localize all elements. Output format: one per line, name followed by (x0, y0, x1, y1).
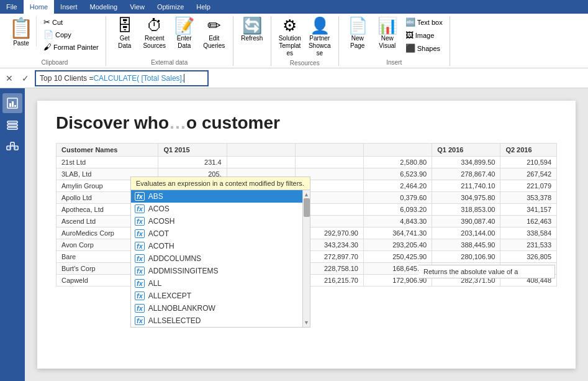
col-5 (363, 144, 432, 157)
fx-icon: fx (135, 242, 145, 250)
fx-icon: fx (135, 229, 145, 238)
formula-dropdown: Evaluates an expression in a context mod… (130, 177, 310, 328)
ribbon-tabs: File Home Insert Modeling View Optimize … (0, 0, 588, 14)
relationships-icon (6, 142, 19, 154)
image-icon: 🖼 (405, 30, 414, 40)
formula-item-all[interactable]: fx ALL (131, 277, 302, 290)
tab-view[interactable]: View (124, 0, 151, 14)
resources-group: ⚙ Solution Templates 👤 Partner Showcase … (271, 16, 339, 66)
formula-list-wrapper: fx ABS fx ACOS fx ACOSH fx (130, 190, 310, 328)
fx-icon: fx (135, 304, 145, 313)
col-q1-2015: Q1 2015 (158, 144, 227, 157)
insert-group: 📄 New Page 📊 New Visual 🔤 Text box 🖼 Ima… (339, 16, 450, 66)
formula-item-abs[interactable]: fx ABS (131, 190, 302, 203)
formula-bar: ✕ ✓ Top 10 Clients = CALCULATE( [Total S… (0, 68, 588, 88)
fx-icon: fx (135, 291, 145, 300)
refresh-button[interactable]: 🔄 Refresh (238, 16, 266, 44)
get-data-button[interactable]: 🗄 Get Data (111, 16, 138, 51)
new-visual-icon: 📊 (378, 17, 397, 34)
format-painter-icon: 🖌 (43, 42, 52, 52)
formula-cursor (184, 74, 184, 83)
new-page-button[interactable]: 📄 New Page (344, 16, 371, 51)
cut-button[interactable]: ✂ Cut (42, 16, 101, 28)
sidebar-item-data[interactable] (2, 116, 22, 135)
formula-item-allselected[interactable]: fx ALLSELECTED (131, 314, 302, 327)
scrollbar-thumb (304, 198, 310, 217)
table-header-row: Customer Names Q1 2015 Q1 2016 Q2 2016 (57, 144, 557, 157)
edit-queries-icon: ✏ (207, 17, 221, 34)
external-data-group: 🗄 Get Data ⏱ Recent Sources 📝 Enter Data… (106, 16, 233, 66)
page-title: Discover who…o customer (56, 113, 557, 133)
formula-input[interactable]: Top 10 Clients = CALCULATE( [Total Sales… (35, 70, 209, 86)
formula-item-addcolumns[interactable]: fx ADDCOLUMNS (131, 252, 302, 265)
formula-item-acoth[interactable]: fx ACOTH (131, 240, 302, 252)
col-q2 (227, 144, 295, 157)
formula-item-allnoblankrow[interactable]: fx ALLNOBLANKROW (131, 302, 302, 314)
copy-button[interactable]: 📄 Copy (42, 29, 101, 40)
svg-rect-6 (7, 127, 17, 129)
partner-showcase-button[interactable]: 👤 Partner Showcase (306, 16, 333, 58)
fx-icon: fx (135, 316, 145, 325)
format-painter-button[interactable]: 🖌 Format Painter (42, 41, 101, 53)
formula-autocomplete: fx ABS fx ACOS fx ACOSH fx (130, 190, 310, 328)
text-box-icon: 🔤 (405, 17, 415, 27)
svg-rect-2 (12, 101, 14, 107)
fx-icon: fx (135, 192, 145, 201)
tab-help[interactable]: Help (190, 0, 217, 14)
formula-dax-text: CALCULATE( [Total Sales], (93, 74, 184, 83)
tab-home[interactable]: Home (24, 0, 54, 14)
report-icon (6, 97, 19, 109)
recent-sources-button[interactable]: ⏱ Recent Sources (141, 16, 168, 51)
col-customer: Customer Names (57, 144, 158, 157)
formula-description: Returns the absolute value of a (418, 265, 555, 278)
formula-cancel-button[interactable]: ✕ (2, 71, 16, 85)
refresh-group: 🔄 Refresh (233, 16, 271, 66)
formula-item-acot[interactable]: fx ACOT (131, 227, 302, 240)
refresh-icon: 🔄 (242, 17, 262, 34)
main-area: Discover who…o customer Customer Names Q… (0, 88, 588, 381)
tab-file[interactable]: File (0, 0, 24, 14)
cut-icon: ✂ (43, 17, 50, 27)
formula-confirm-button[interactable]: ✓ (19, 71, 32, 85)
canvas: Discover who…o customer Customer Names Q… (25, 88, 588, 381)
text-box-button[interactable]: 🔤 Text box (404, 16, 445, 28)
formula-static-text: Top 10 Clients = (40, 74, 93, 83)
get-data-icon: 🗄 (117, 17, 133, 34)
tab-modeling[interactable]: Modeling (84, 0, 124, 14)
table-row: 21st Ltd231.42,580.80334,899.50210,594 (57, 157, 557, 168)
tab-insert[interactable]: Insert (54, 0, 84, 14)
sidebar-item-report[interactable] (2, 93, 22, 113)
ribbon: File Home Insert Modeling View Optimize … (0, 0, 588, 68)
svg-rect-4 (7, 121, 17, 123)
formula-list[interactable]: fx ABS fx ACOS fx ACOSH fx (131, 190, 302, 327)
fx-icon: fx (135, 204, 145, 213)
new-visual-button[interactable]: 📊 New Visual (374, 16, 401, 51)
fx-icon: fx (135, 267, 145, 275)
solution-templates-icon: ⚙ (283, 17, 297, 34)
image-button[interactable]: 🖼 Image (404, 29, 445, 41)
formula-item-allexcept[interactable]: fx ALLEXCEPT (131, 290, 302, 302)
enter-data-button[interactable]: 📝 Enter Data (171, 16, 198, 51)
formula-hint: Evaluates an expression in a context mod… (130, 177, 310, 190)
clipboard-group: 📋 Paste ✂ Cut 📄 Copy 🖌 Format (4, 16, 106, 66)
recent-sources-icon: ⏱ (147, 17, 163, 34)
partner-showcase-icon: 👤 (310, 17, 330, 34)
edit-queries-button[interactable]: ✏ Edit Queries (201, 16, 228, 51)
formula-item-addmissingitems[interactable]: fx ADDMISSINGITEMS (131, 265, 302, 277)
sidebar (0, 88, 25, 381)
table-header: Customer Names Q1 2015 Q1 2016 Q2 2016 (57, 144, 557, 157)
new-page-icon: 📄 (348, 17, 368, 34)
shapes-button[interactable]: ⬛ Shapes (404, 42, 445, 54)
paste-button[interactable]: 📋 Paste (9, 16, 34, 47)
fx-icon: fx (135, 217, 145, 226)
svg-rect-1 (9, 103, 11, 107)
data-icon (6, 119, 19, 132)
formula-item-acosh[interactable]: fx ACOSH (131, 215, 302, 227)
tab-optimize[interactable]: Optimize (151, 0, 190, 14)
solution-templates-button[interactable]: ⚙ Solution Templates (276, 16, 304, 58)
formula-item-acos[interactable]: fx ACOS (131, 203, 302, 215)
formula-scrollbar[interactable]: ▲ ▼ (302, 190, 310, 327)
sidebar-item-relationships[interactable] (2, 138, 22, 158)
svg-rect-3 (14, 105, 16, 107)
col-q1-2016: Q1 2016 (432, 144, 500, 157)
